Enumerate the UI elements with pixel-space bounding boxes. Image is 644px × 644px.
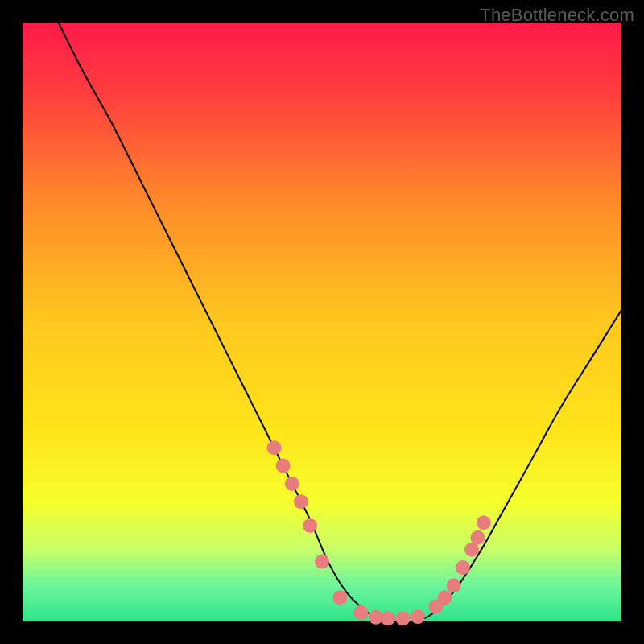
highlight-dot <box>411 609 425 624</box>
highlight-dot <box>438 590 452 605</box>
watermark-text: TheBottleneck.com <box>480 5 634 26</box>
highlight-dot <box>470 530 485 545</box>
highlight-dot <box>266 440 281 455</box>
highlight-dot <box>303 518 317 533</box>
highlight-dot <box>315 555 329 569</box>
highlight-dot <box>332 590 347 605</box>
bottleneck-chart <box>0 0 644 644</box>
highlight-dot <box>285 477 299 491</box>
chart-frame: TheBottleneck.com <box>0 0 644 644</box>
highlight-dot <box>276 459 291 473</box>
highlight-dot <box>447 578 461 592</box>
highlight-dot <box>477 515 491 530</box>
highlight-dot <box>456 560 470 575</box>
highlight-dot <box>294 494 308 509</box>
highlight-dot <box>381 611 395 625</box>
highlight-dot <box>353 605 368 620</box>
highlight-dot <box>395 611 410 625</box>
plot-background <box>23 23 621 621</box>
